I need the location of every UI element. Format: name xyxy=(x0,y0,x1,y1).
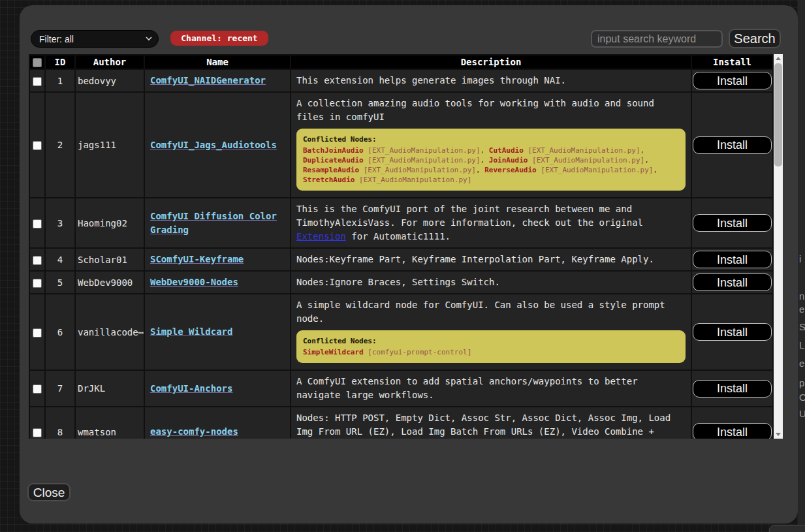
install-button[interactable]: Install xyxy=(693,136,772,154)
conflicted-nodes-title: Conflicted Nodes: xyxy=(303,336,679,346)
row-author: bedovyy xyxy=(75,69,144,92)
table-scrollbar[interactable] xyxy=(774,54,783,439)
background-text-fragment: i xyxy=(799,253,801,264)
row-description: Nodes:Keyframe Part, Keyframe Interpolat… xyxy=(291,248,691,271)
row-install-cell: Install xyxy=(691,92,773,198)
row-description: A collection amazing audio tools for wor… xyxy=(291,92,691,198)
table-row: 8 wmatson easy-comfy-nodes Nodes: HTTP P… xyxy=(29,407,773,439)
install-button[interactable]: Install xyxy=(693,72,772,89)
table-row: 1 bedovyy ComfyUI_NAIDGenerator This ext… xyxy=(29,69,773,92)
row-id: 8 xyxy=(45,407,75,439)
background-text-fragment: e xyxy=(799,304,804,315)
background-text-fragment: p xyxy=(799,377,804,388)
row-name-cell: SComfyUI-Keyframe xyxy=(144,248,291,271)
background-element-corner xyxy=(769,525,805,532)
background-text-fragment: O xyxy=(799,392,805,403)
table-row: 3 Haoming02 ComfyUI Diffusion Color Grad… xyxy=(29,198,773,248)
scrollbar-thumb[interactable] xyxy=(774,63,782,166)
install-button[interactable]: Install xyxy=(693,323,772,341)
scroll-down-arrow-icon[interactable] xyxy=(774,430,783,439)
row-name-cell: Simple Wildcard xyxy=(144,294,291,370)
header-id: ID xyxy=(45,55,75,69)
row-checkbox[interactable] xyxy=(33,77,42,86)
description-text: This is the ComfyUI port of the joint re… xyxy=(296,204,643,228)
search-input[interactable] xyxy=(591,30,723,48)
conflict-node-name: SimpleWildcard xyxy=(303,348,364,356)
conflict-node-name: CutAudio xyxy=(489,146,524,155)
row-author: Haoming02 xyxy=(75,198,144,248)
row-checkbox[interactable] xyxy=(33,279,42,288)
install-button[interactable]: Install xyxy=(693,380,772,398)
header-name: Name xyxy=(144,55,291,69)
extension-name-link[interactable]: WebDev9000-Nodes xyxy=(150,277,238,287)
conflict-node-file: [EXT_AudioManipulation.py] xyxy=(537,166,654,174)
row-install-cell: Install xyxy=(691,198,773,248)
row-install-cell: Install xyxy=(691,370,773,407)
channel-badge[interactable]: Channel: recent xyxy=(170,31,268,46)
conflict-node-file: [EXT_AudioManipulation.py] xyxy=(364,146,481,155)
select-all-checkbox[interactable] xyxy=(33,58,42,67)
row-select-cell xyxy=(29,198,45,248)
conflict-node-file: [EXT_AudioManipulation.py] xyxy=(364,156,481,164)
table-header-row: ID Author Name Description Install xyxy=(29,55,773,69)
conflicted-nodes-box: Conflicted Nodes:SimpleWildcard [comfyui… xyxy=(296,330,686,363)
row-description: Nodes:Ignore Braces, Settings Switch. xyxy=(291,271,691,294)
row-checkbox[interactable] xyxy=(33,219,42,228)
table-row: 2 jags111 ComfyUI_Jags_Audiotools A coll… xyxy=(29,92,773,198)
description-text: A collection amazing audio tools for wor… xyxy=(296,98,654,122)
extension-name-link[interactable]: ComfyUI_Jags_Audiotools xyxy=(150,140,277,150)
description-text: for Automatic1111. xyxy=(346,231,450,242)
extension-name-link[interactable]: ComfyUI_NAIDGenerator xyxy=(150,75,266,86)
row-checkbox[interactable] xyxy=(33,141,42,150)
row-select-cell xyxy=(29,69,45,92)
row-author: Scholar01 xyxy=(75,248,144,271)
extension-name-link[interactable]: Simple Wildcard xyxy=(150,326,232,337)
extension-name-link[interactable]: ComfyUI Diffusion Color Grading xyxy=(150,211,277,235)
row-select-cell xyxy=(29,271,45,294)
row-install-cell: Install xyxy=(691,294,773,370)
scroll-up-arrow-icon[interactable] xyxy=(774,54,783,63)
install-button[interactable]: Install xyxy=(693,214,772,232)
row-checkbox[interactable] xyxy=(33,428,42,437)
extensions-table-zone: ID Author Name Description Install 1 bed… xyxy=(29,54,783,439)
background-page-edge: ineSLepOU xyxy=(798,0,805,532)
filter-select[interactable]: Filter: all xyxy=(31,30,159,48)
background-text-fragment: S xyxy=(799,321,805,332)
conflict-node-name: ResampleAudio xyxy=(303,166,359,174)
select-all-header xyxy=(29,55,45,69)
install-button[interactable]: Install xyxy=(693,274,772,291)
background-text-fragment: e xyxy=(799,358,804,369)
row-id: 7 xyxy=(45,370,75,407)
row-id: 1 xyxy=(45,69,75,92)
conflict-node-file: [EXT_AudioManipulation.py] xyxy=(359,166,476,174)
conflict-node-file: [EXT_AudioManipulation.py] xyxy=(355,176,471,184)
background-text-fragment: n xyxy=(799,290,804,302)
header-install: Install xyxy=(691,55,773,69)
install-button[interactable]: Install xyxy=(693,251,772,268)
row-checkbox[interactable] xyxy=(33,256,42,265)
row-select-cell xyxy=(29,407,45,439)
row-name-cell: ComfyUI-Anchors xyxy=(144,370,291,407)
search-button[interactable]: Search xyxy=(729,29,781,48)
background-text-fragment: U xyxy=(799,408,805,419)
row-description: A simple wildcard node for ComfyUI. Can … xyxy=(291,294,691,370)
row-install-cell: Install xyxy=(691,69,773,92)
conflict-node-name: StretchAudio xyxy=(303,176,355,184)
row-checkbox[interactable] xyxy=(33,328,42,337)
row-author: wmatson xyxy=(75,407,144,439)
conflict-node-file: [EXT_AudioManipulation.py] xyxy=(524,146,640,155)
extension-name-link[interactable]: easy-comfy-nodes xyxy=(150,426,238,437)
install-button[interactable]: Install xyxy=(693,423,772,439)
description-link[interactable]: Extension xyxy=(296,231,346,242)
row-checkbox[interactable] xyxy=(33,384,42,394)
filter-select-wrap: Filter: all xyxy=(31,30,159,48)
conflicted-nodes-title: Conflicted Nodes: xyxy=(303,134,679,144)
conflicted-nodes-box: Conflicted Nodes:BatchJoinAudio [EXT_Aud… xyxy=(296,129,686,191)
header-description: Description xyxy=(291,55,691,69)
row-description: Nodes: HTTP POST, Empty Dict, Assoc Str,… xyxy=(291,407,691,439)
row-select-cell xyxy=(29,370,45,407)
row-id: 6 xyxy=(45,294,75,370)
extension-name-link[interactable]: ComfyUI-Anchors xyxy=(150,383,232,394)
close-button[interactable]: Close xyxy=(27,483,71,501)
extension-name-link[interactable]: SComfyUI-Keyframe xyxy=(150,254,244,264)
